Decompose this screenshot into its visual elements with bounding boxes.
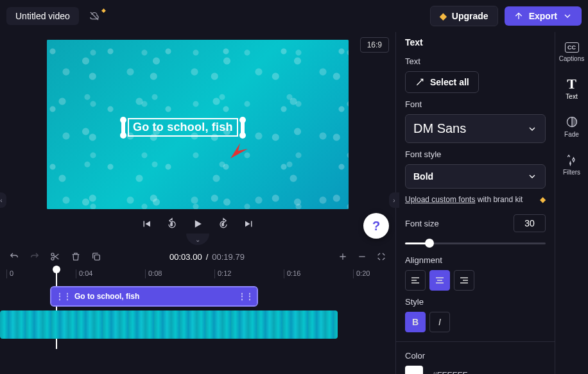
chevron-down-icon — [527, 124, 537, 134]
gem-icon: ◆ — [440, 11, 447, 21]
cursor-arrow-annotation — [227, 139, 250, 162]
premium-badge-icon: ◆ — [101, 7, 106, 13]
upgrade-button[interactable]: ◆ Upgrade — [430, 6, 498, 26]
font-size-input[interactable]: 30 — [514, 214, 546, 232]
clip-grip-right[interactable]: ⋮⋮ — [238, 291, 253, 302]
captions-label: Captions — [559, 55, 584, 62]
chevron-down-icon — [527, 171, 537, 182]
help-button[interactable]: ? — [363, 213, 389, 239]
font-size-slider[interactable] — [405, 237, 546, 249]
svg-text:5: 5 — [171, 223, 173, 226]
editor-area: ‹ › 16:9 Go to school, fish 5 5 — [0, 32, 395, 374]
filters-tool[interactable]: Filters — [555, 147, 588, 182]
align-center-button[interactable] — [429, 270, 450, 291]
add-track-button[interactable] — [338, 251, 348, 262]
font-label: Font — [405, 99, 546, 109]
redo-button[interactable] — [30, 251, 40, 262]
undo-button[interactable] — [9, 251, 19, 262]
select-all-label: Select all — [430, 77, 469, 87]
split-button[interactable] — [50, 251, 60, 262]
color-row: #FFFFFF — [405, 366, 546, 374]
svg-rect-5 — [94, 255, 99, 260]
color-swatch[interactable] — [405, 366, 423, 374]
filters-icon — [566, 153, 578, 166]
color-hex-value[interactable]: #FFFFFF — [432, 370, 467, 375]
upload-fonts-link[interactable]: Upload custom fonts with brand kit ◆ — [405, 195, 546, 204]
playhead[interactable] — [53, 266, 60, 273]
ruler-tick: 0:08 — [145, 269, 162, 278]
current-time: 00:03 — [169, 252, 191, 262]
fit-timeline-button[interactable] — [376, 251, 386, 262]
timecode: 00:03.00 / 00:19.79 — [169, 252, 245, 262]
text-clip[interactable]: ⋮⋮ Go to school, fish ⋮⋮ — [51, 287, 257, 305]
upload-fonts-rest: with brand kit — [475, 195, 523, 204]
timeline-toolbar: 00:03.00 / 00:19.79 — [0, 251, 395, 262]
export-button[interactable]: Export — [505, 6, 582, 26]
resize-handle-left[interactable] — [121, 120, 125, 135]
time-separator: / — [206, 252, 209, 262]
properties-panel: Text Text Select all Font DM Sans Font s… — [395, 32, 555, 374]
duplicate-button[interactable] — [91, 251, 101, 262]
total-time-fraction: .79 — [233, 252, 245, 262]
fade-tool[interactable]: Fade — [555, 109, 588, 144]
panel-heading: Text — [405, 37, 546, 47]
text-tool-label: Text — [566, 93, 577, 100]
project-title[interactable]: Untitled video — [6, 7, 79, 25]
skip-forward-button[interactable] — [242, 217, 256, 231]
select-all-button[interactable]: Select all — [405, 71, 479, 93]
chevron-down-icon — [562, 11, 573, 21]
slider-thumb[interactable] — [425, 239, 434, 248]
visibility-toggle[interactable]: ◆ — [89, 11, 99, 21]
captions-tool[interactable]: CC Captions — [555, 36, 588, 69]
current-time-fraction: .00 — [191, 252, 202, 262]
font-style-label: Font style — [405, 149, 546, 159]
font-value: DM Sans — [413, 121, 466, 136]
rewind-5-button[interactable]: 5 — [165, 217, 179, 231]
upgrade-label: Upgrade — [452, 11, 489, 21]
text-style-label: Style — [405, 297, 546, 307]
fade-icon — [566, 115, 578, 128]
ruler-tick: 0:04 — [76, 269, 92, 278]
text-style-group: B I — [405, 312, 546, 332]
ruler-tick: 0:16 — [284, 269, 300, 278]
upload-icon — [514, 11, 524, 21]
alignment-group — [405, 270, 546, 291]
font-style-dropdown[interactable]: Bold — [405, 164, 546, 189]
bold-button[interactable]: B — [405, 312, 426, 332]
resize-handle-right[interactable] — [241, 120, 245, 135]
video-clip[interactable] — [0, 310, 338, 339]
cloud-off-icon — [89, 11, 99, 21]
playback-controls: 5 5 — [0, 217, 395, 231]
top-bar: Untitled video ◆ ◆ Upgrade Export — [0, 0, 588, 32]
zoom-out-button[interactable] — [357, 251, 367, 262]
captions-icon: CC — [565, 42, 579, 53]
text-clip-label: Go to school, fish — [74, 292, 139, 301]
timeline-tracks[interactable]: ⋮⋮ Go to school, fish ⋮⋮ — [0, 287, 395, 345]
clip-grip-left[interactable]: ⋮⋮ — [55, 291, 71, 302]
video-preview[interactable]: Go to school, fish — [47, 40, 349, 209]
aspect-ratio-button[interactable]: 16:9 — [360, 37, 389, 53]
color-label: Color — [405, 351, 546, 361]
align-right-button[interactable] — [454, 270, 474, 291]
alignment-label: Alignment — [405, 255, 546, 265]
italic-button[interactable]: I — [429, 312, 450, 332]
font-size-label: Font size — [405, 219, 439, 228]
text-tool[interactable]: T Text — [555, 71, 588, 106]
play-button[interactable] — [191, 217, 205, 231]
preview-area: 16:9 Go to school, fish 5 5 ? ⌄ — [0, 32, 395, 232]
overlay-text[interactable]: Go to school, fish — [128, 118, 238, 137]
skip-back-button[interactable] — [139, 217, 153, 231]
timeline-ruler[interactable]: 0 0:04 0:08 0:12 0:16 0:20 — [0, 268, 395, 282]
align-left-button[interactable] — [405, 270, 426, 291]
collapse-preview-button[interactable]: ⌄ — [186, 234, 209, 245]
filters-label: Filters — [563, 169, 580, 176]
delete-button[interactable] — [71, 251, 81, 262]
tools-rail: CC Captions T Text Fade Filters — [555, 32, 588, 374]
ruler-tick: 0 — [6, 269, 13, 278]
text-icon: T — [566, 78, 578, 90]
forward-5-button[interactable]: 5 — [216, 217, 230, 231]
font-dropdown[interactable]: DM Sans — [405, 114, 546, 143]
gem-icon: ◆ — [540, 195, 546, 204]
wand-icon — [415, 77, 425, 87]
text-overlay[interactable]: Go to school, fish — [121, 118, 245, 137]
